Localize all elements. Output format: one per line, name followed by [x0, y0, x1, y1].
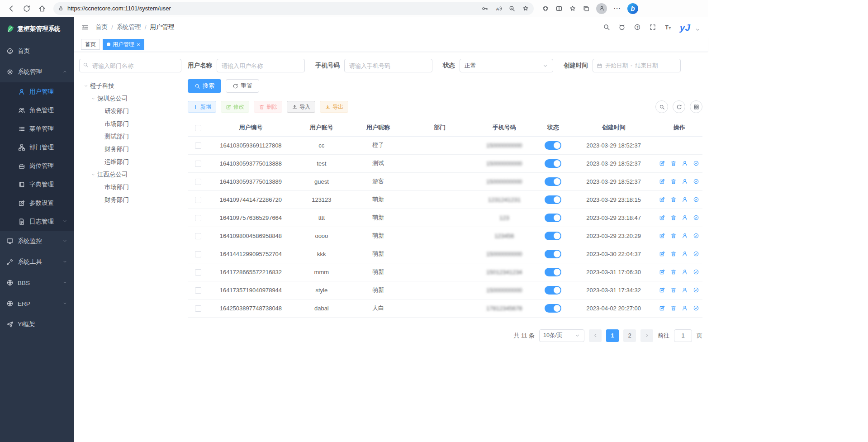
dept-tree-node[interactable]: 测试部门: [79, 130, 181, 143]
delete-button[interactable]: 删除: [254, 101, 282, 113]
import-button[interactable]: 导入: [287, 101, 315, 113]
dept-tree-node[interactable]: 市场部门: [79, 181, 181, 194]
reset-button[interactable]: 重置: [226, 79, 259, 93]
row-checkbox[interactable]: [195, 233, 201, 239]
delete-icon[interactable]: [670, 232, 677, 239]
row-checkbox[interactable]: [195, 305, 201, 312]
reset-password-icon[interactable]: [681, 286, 688, 294]
sidebar-item-menu[interactable]: 菜单管理: [0, 119, 74, 138]
delete-icon[interactable]: [670, 286, 677, 294]
dept-tree-node[interactable]: 市场部门: [79, 118, 181, 130]
profile-avatar[interactable]: [596, 3, 607, 14]
dept-tree-node[interactable]: 研发部门: [79, 105, 181, 118]
delete-icon[interactable]: [670, 178, 677, 185]
dept-tree-node[interactable]: 橙子科技: [79, 80, 181, 92]
page-button-2[interactable]: 2: [623, 329, 636, 342]
row-checkbox[interactable]: [195, 287, 201, 294]
edit-icon[interactable]: [659, 268, 666, 276]
status-toggle[interactable]: [545, 177, 561, 186]
delete-icon[interactable]: [670, 214, 677, 221]
delete-icon[interactable]: [670, 196, 677, 203]
status-select[interactable]: 正常: [460, 59, 553, 72]
sidebar-item-post[interactable]: 岗位管理: [0, 157, 74, 175]
browser-back-button[interactable]: [5, 2, 18, 15]
dept-tree-node[interactable]: 运维部门: [79, 156, 181, 168]
address-bar[interactable]: https://ccnetcore.com:1101/system/user A: [53, 2, 534, 15]
goto-page-input[interactable]: [674, 329, 692, 342]
delete-icon[interactable]: [670, 250, 677, 257]
export-button[interactable]: 导出: [320, 101, 348, 113]
sidebar-item-home[interactable]: 首页: [0, 41, 74, 62]
collections-icon[interactable]: [583, 5, 590, 12]
reset-password-icon[interactable]: [681, 178, 688, 185]
edit-icon[interactable]: [659, 178, 666, 185]
select-all-checkbox[interactable]: [195, 125, 201, 131]
assign-role-icon[interactable]: [693, 232, 700, 239]
edit-icon[interactable]: [659, 160, 666, 167]
status-toggle[interactable]: [545, 195, 561, 204]
page-size-select[interactable]: 10条/页: [539, 329, 584, 342]
user-avatar-logo[interactable]: yJ: [680, 23, 690, 32]
app-logo[interactable]: 意框架管理系统: [0, 17, 74, 41]
assign-role-icon[interactable]: [693, 304, 700, 312]
edit-icon[interactable]: [659, 286, 666, 294]
row-checkbox[interactable]: [195, 269, 201, 276]
add-button[interactable]: 新增: [188, 101, 216, 113]
font-size-button[interactable]: TT: [664, 24, 672, 31]
zoom-icon[interactable]: [508, 5, 516, 12]
status-toggle[interactable]: [545, 286, 561, 295]
assign-role-icon[interactable]: [693, 268, 700, 276]
status-toggle[interactable]: [545, 214, 561, 222]
sidebar-item-bbs[interactable]: BBS: [0, 272, 74, 293]
row-checkbox[interactable]: [195, 215, 201, 221]
edit-icon[interactable]: [659, 214, 666, 221]
sidebar-item-tool[interactable]: 系统工具: [0, 252, 74, 272]
status-toggle[interactable]: [545, 232, 561, 240]
next-page-button[interactable]: [640, 329, 653, 342]
status-toggle[interactable]: [545, 304, 561, 313]
sidebar-fold-button[interactable]: [81, 23, 89, 31]
help-button[interactable]: ?: [634, 24, 641, 31]
assign-role-icon[interactable]: [693, 286, 700, 294]
prev-page-button[interactable]: [589, 329, 602, 342]
extensions-icon[interactable]: [542, 5, 549, 12]
phone-input[interactable]: [344, 59, 432, 72]
sidebar-item-role[interactable]: 角色管理: [0, 101, 74, 119]
column-settings-button[interactable]: [690, 100, 702, 113]
dept-search-input[interactable]: [79, 59, 181, 72]
dept-tree-node[interactable]: 深圳总公司: [79, 92, 181, 105]
delete-icon[interactable]: [670, 160, 677, 167]
browser-refresh-button[interactable]: [20, 2, 33, 15]
edit-icon[interactable]: [659, 250, 666, 257]
row-checkbox[interactable]: [195, 251, 201, 257]
fullscreen-button[interactable]: [649, 24, 656, 31]
search-button[interactable]: 搜索: [188, 79, 221, 93]
browser-home-button[interactable]: [35, 2, 49, 15]
split-screen-icon[interactable]: [555, 5, 563, 12]
assign-role-icon[interactable]: [693, 160, 700, 167]
delete-icon[interactable]: [670, 304, 677, 312]
edit-icon[interactable]: [659, 196, 666, 203]
favorite-star-icon[interactable]: [522, 5, 529, 12]
sidebar-item-yiframe[interactable]: Yi框架: [0, 314, 74, 335]
row-checkbox[interactable]: [195, 161, 201, 167]
tree-expand-icon[interactable]: [89, 172, 97, 177]
edit-icon[interactable]: [659, 232, 666, 239]
close-icon[interactable]: ×: [137, 42, 140, 48]
breadcrumb-home[interactable]: 首页: [95, 23, 108, 31]
reset-password-icon[interactable]: [681, 232, 688, 239]
status-toggle[interactable]: [545, 141, 561, 150]
reset-password-icon[interactable]: [681, 250, 688, 257]
sidebar-item-log[interactable]: 日志管理: [0, 212, 74, 231]
dept-tree-node[interactable]: 财务部门: [79, 143, 181, 156]
assign-role-icon[interactable]: [693, 196, 700, 203]
reset-password-icon[interactable]: [681, 214, 688, 221]
row-checkbox[interactable]: [195, 179, 201, 185]
status-toggle[interactable]: [545, 250, 561, 258]
assign-role-icon[interactable]: [693, 214, 700, 221]
sidebar-item-dept[interactable]: 部门管理: [0, 138, 74, 157]
sidebar-item-system[interactable]: 系统管理: [0, 62, 74, 82]
edit-icon[interactable]: [659, 304, 666, 312]
sidebar-item-param[interactable]: 参数设置: [0, 194, 74, 212]
delete-icon[interactable]: [670, 268, 677, 276]
